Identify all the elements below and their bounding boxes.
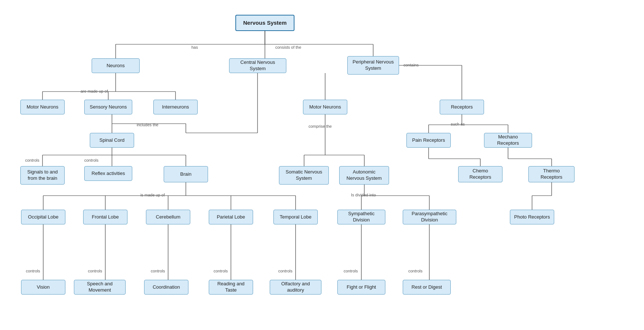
node-neurons[interactable]: Neurons (92, 58, 140, 73)
edge-label-comprise-the: comprise the (309, 124, 332, 128)
edge-label-includes-the: includes the (137, 123, 159, 127)
edge-label-consists-of: consists of the (275, 45, 301, 49)
node-sensory-n[interactable]: Sensory Neurons (84, 100, 132, 114)
edge-label-ctrl-fr: controls (88, 269, 102, 273)
node-olfactory[interactable]: Olfactory and auditory (270, 280, 321, 295)
node-motor-n2[interactable]: Motor Neurons (303, 100, 347, 114)
node-photo-r[interactable]: Photo Receptors (510, 210, 554, 224)
edge-label-has: has (191, 45, 198, 49)
node-fight[interactable]: Fight or Flight (337, 280, 385, 295)
node-motor-n[interactable]: Motor Neurons (20, 100, 65, 114)
node-parasympathetic[interactable]: Parasympathetic Division (403, 210, 456, 224)
node-mechano-r[interactable]: Mechano Receptors (484, 133, 532, 148)
node-interneurons[interactable]: Interneurons (153, 100, 198, 114)
edge-label-contains: contains (403, 63, 419, 67)
node-reflex[interactable]: Reflex activities (84, 166, 132, 181)
edge-label-ctrl-para: controls (408, 269, 423, 273)
node-rest[interactable]: Rest or Digest (403, 280, 451, 295)
edge-label-such-as: such as (451, 122, 465, 126)
node-nervous-system[interactable]: Nervous System (235, 15, 294, 31)
node-speech[interactable]: Speech and Movement (74, 280, 126, 295)
edge-label-ctrl-tem: controls (278, 269, 293, 273)
node-temporal[interactable]: Temporal Lobe (273, 210, 318, 224)
edge-label-ctrl-cer: controls (151, 269, 165, 273)
node-spinal-cord[interactable]: Spinal Cord (90, 133, 134, 148)
node-cns[interactable]: Central Nervous System (229, 58, 286, 73)
edge-label-are-made-up: are made up of (81, 89, 108, 93)
node-autonomic[interactable]: Autonomic Nervous System (339, 166, 389, 185)
node-cerebellum[interactable]: Cerebellum (146, 210, 190, 224)
node-parietal[interactable]: Parietal Lobe (209, 210, 253, 224)
node-receptors[interactable]: Receptors (440, 100, 484, 114)
node-pain-r[interactable]: Pain Receptors (406, 133, 451, 148)
mind-map-canvas: Nervous System Neurons Central Nervous S… (0, 0, 644, 330)
node-reading-taste[interactable]: Reading and Taste (209, 280, 253, 295)
node-occipital[interactable]: Occipital Lobe (21, 210, 65, 224)
node-vision[interactable]: Vision (21, 280, 65, 295)
node-frontal[interactable]: Frontal Lobe (83, 210, 127, 224)
edge-label-controls1: controls (25, 158, 40, 162)
node-brain[interactable]: Brain (164, 166, 208, 182)
node-thermo-r[interactable]: Thermo Receptors (528, 166, 575, 182)
node-sympathetic[interactable]: Sympathetic Division (337, 210, 385, 224)
edge-label-controls-sp: controls (84, 158, 99, 162)
node-somatic[interactable]: Somatic Nervous System (279, 166, 329, 185)
node-chemo-r[interactable]: Chemo Receptors (458, 166, 502, 182)
edge-label-is-divided: Is divided into (351, 193, 376, 197)
edge-label-is-made-up-of: is made up of (140, 193, 165, 197)
node-coordination[interactable]: Coordination (144, 280, 188, 295)
node-pns[interactable]: Peripheral Nervous System (347, 56, 399, 75)
edge-label-ctrl-sym: controls (344, 269, 358, 273)
edge-label-ctrl-par: controls (214, 269, 228, 273)
edge-label-ctrl-occ: controls (26, 269, 40, 273)
node-signals[interactable]: Signals to and from the brain (20, 166, 65, 185)
